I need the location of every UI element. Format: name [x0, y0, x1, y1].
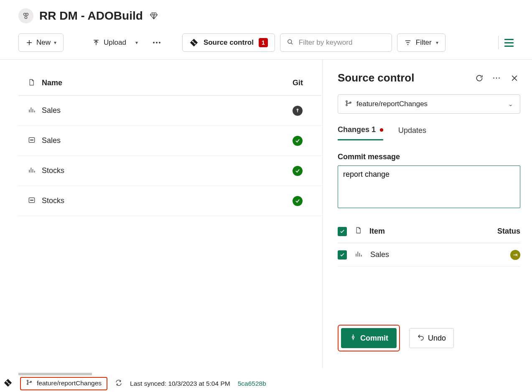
filter-button[interactable]: Filter ▾: [397, 33, 445, 52]
upload-button-label: Upload: [104, 38, 126, 47]
workspace-item-list: Name Git Sales: [0, 60, 322, 368]
new-button[interactable]: New ▾: [18, 33, 64, 52]
git-icon: [189, 38, 199, 47]
change-item-checkbox[interactable]: [338, 250, 347, 260]
upload-button[interactable]: Upload ▾: [85, 33, 145, 52]
status-bar: feature/reportChanges Last synced: 10/3/…: [0, 375, 532, 392]
branch-name: feature/reportChanges: [356, 100, 428, 108]
list-item-name: Sales: [42, 136, 293, 145]
chevron-down-icon: ⌄: [508, 101, 513, 107]
change-item[interactable]: Sales: [338, 243, 520, 267]
commit-icon: [349, 333, 357, 343]
toolbar: New ▾ Upload ▾ Source control 1: [0, 33, 532, 60]
svg-point-2: [25, 16, 27, 18]
undo-button[interactable]: Undo: [409, 328, 454, 348]
svg-point-10: [31, 140, 32, 140]
list-item[interactable]: Sales: [18, 126, 322, 156]
list-item[interactable]: Stocks: [18, 156, 322, 186]
report-icon: [28, 166, 36, 176]
source-control-count-badge: 1: [259, 38, 268, 47]
svg-point-16: [346, 104, 347, 105]
changes-col-status: Status: [497, 227, 520, 236]
svg-point-15: [346, 100, 347, 102]
svg-point-18: [352, 336, 354, 338]
panel-title: Source control: [338, 71, 468, 84]
filter-search[interactable]: [280, 33, 392, 52]
list-item-name: Stocks: [42, 166, 293, 175]
plus-icon: [25, 39, 33, 46]
undo-label: Undo: [428, 334, 446, 343]
git-icon: [3, 378, 13, 389]
premium-diamond-icon: [149, 11, 159, 21]
source-control-button[interactable]: Source control 1: [182, 33, 275, 52]
list-item-name: Sales: [42, 106, 293, 115]
statusbar-branch[interactable]: feature/reportChanges: [20, 377, 107, 390]
col-name-header[interactable]: Name: [42, 79, 293, 87]
more-icon[interactable]: ···: [491, 72, 503, 84]
branch-icon: [345, 99, 352, 109]
panel-tabs: Changes 1 Updates: [338, 125, 520, 141]
statusbar-commit-hash[interactable]: 5ca6528b: [238, 380, 266, 387]
git-status-synced-icon: [293, 136, 303, 146]
filter-icon: [404, 39, 412, 46]
sync-icon[interactable]: [115, 379, 122, 388]
branch-select[interactable]: feature/reportChanges ⌄: [338, 94, 520, 114]
list-header: Name Git: [18, 71, 322, 96]
svg-point-9: [33, 140, 33, 140]
git-status-uncommitted-icon: [293, 106, 303, 116]
more-menu[interactable]: [150, 42, 164, 43]
statusbar-synced: Last synced: 10/3/2023 at 5:04 PM: [130, 380, 230, 387]
list-item-name: Stocks: [42, 196, 293, 205]
svg-point-13: [33, 200, 33, 201]
git-status-synced-icon: [293, 166, 303, 176]
svg-point-0: [24, 13, 26, 15]
filter-button-label: Filter: [416, 38, 432, 47]
panel-toggle-icon[interactable]: [504, 37, 515, 48]
file-header-icon: [28, 79, 35, 88]
svg-point-21: [27, 380, 28, 382]
svg-point-6: [297, 109, 298, 110]
filter-input[interactable]: [298, 38, 388, 47]
commit-highlight: Commit: [338, 325, 400, 351]
col-git-header[interactable]: Git: [293, 79, 322, 87]
svg-point-14: [31, 200, 32, 201]
change-item-status-icon: [510, 250, 520, 260]
select-all-checkbox[interactable]: [338, 227, 347, 236]
statusbar-branch-name: feature/reportChanges: [37, 379, 102, 387]
close-icon[interactable]: [509, 72, 520, 84]
new-button-label: New: [36, 38, 51, 47]
report-icon: [28, 106, 36, 116]
chevron-down-icon: ▾: [436, 40, 438, 46]
changes-header: Item Status: [338, 220, 520, 243]
commit-label: Commit: [360, 334, 388, 343]
change-item-name: Sales: [370, 250, 503, 259]
dataset-icon: [28, 136, 36, 146]
svg-point-12: [31, 200, 31, 201]
svg-point-1: [26, 13, 28, 15]
tab-updates[interactable]: Updates: [398, 125, 426, 140]
divider: [498, 36, 499, 49]
source-control-label: Source control: [204, 38, 254, 47]
report-icon: [354, 250, 363, 260]
branch-icon: [26, 379, 33, 387]
changes-col-item: Item: [369, 227, 490, 236]
changes-indicator-icon: [380, 128, 383, 132]
workspace-title: RR DM - ADOBuild: [39, 9, 143, 23]
undo-icon: [417, 333, 425, 343]
source-control-panel: Source control ··· feature/reportChan: [322, 60, 532, 368]
content-area: Name Git Sales: [0, 60, 532, 368]
svg-rect-11: [29, 198, 34, 203]
refresh-icon[interactable]: [473, 72, 485, 84]
list-item[interactable]: Stocks: [18, 186, 322, 216]
commit-message-input[interactable]: [338, 165, 520, 208]
svg-point-8: [31, 140, 31, 140]
file-header-icon: [354, 227, 362, 236]
scrollbar-thumb[interactable]: [18, 373, 92, 375]
panel-actions: Commit Undo: [338, 325, 520, 368]
changes-list: Item Status Sales: [338, 220, 520, 267]
list-item[interactable]: Sales: [18, 96, 322, 126]
commit-button[interactable]: Commit: [341, 328, 397, 348]
workspace-header: RR DM - ADOBuild: [0, 0, 532, 33]
git-status-synced-icon: [293, 196, 303, 206]
tab-changes[interactable]: Changes 1: [338, 125, 383, 140]
